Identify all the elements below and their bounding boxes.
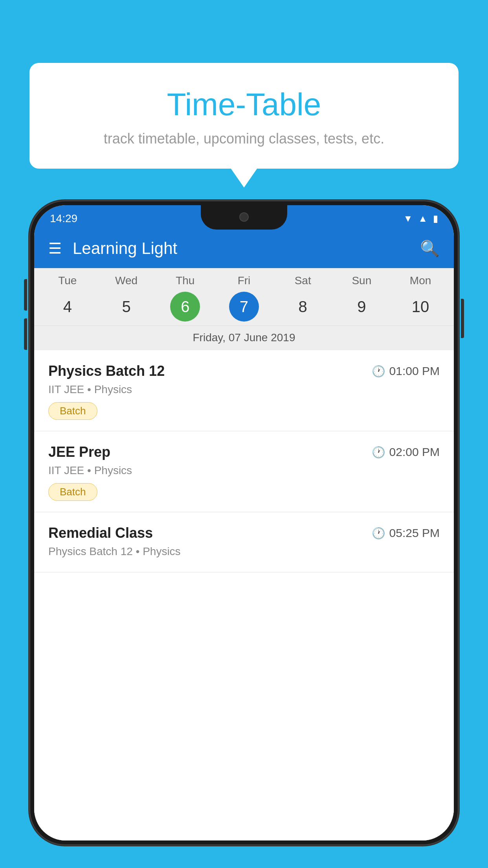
- day-col-mon[interactable]: Mon10: [395, 274, 446, 322]
- day-name: Thu: [176, 274, 194, 287]
- schedule-item-sub: Physics Batch 12 • Physics: [48, 545, 440, 558]
- day-name: Sun: [352, 274, 371, 287]
- day-number[interactable]: 4: [53, 292, 83, 322]
- batch-tag: Batch: [48, 402, 97, 420]
- menu-icon[interactable]: ☰: [48, 241, 62, 256]
- day-col-wed[interactable]: Wed5: [101, 274, 152, 322]
- status-icons: ▼ ▲ ▮: [403, 213, 438, 224]
- clock-icon: 🕐: [372, 527, 385, 540]
- search-icon[interactable]: 🔍: [420, 239, 440, 258]
- day-number[interactable]: 7: [229, 292, 259, 322]
- schedule-item-header: Physics Batch 12 🕐 01:00 PM: [48, 363, 440, 379]
- phone-outer: 14:29 ▼ ▲ ▮ ☰ Learning Light 🔍 Tue4Wed5T…: [29, 200, 459, 845]
- day-number[interactable]: 5: [112, 292, 141, 322]
- schedule-item-header: Remedial Class 🕐 05:25 PM: [48, 525, 440, 541]
- day-col-sun[interactable]: Sun9: [336, 274, 387, 322]
- status-time: 14:29: [50, 212, 77, 225]
- volume-down-button[interactable]: [24, 318, 27, 350]
- batch-tag: Batch: [48, 483, 97, 501]
- power-button[interactable]: [461, 299, 464, 338]
- day-col-thu[interactable]: Thu6: [160, 274, 211, 322]
- schedule-list: Physics Batch 12 🕐 01:00 PM IIT JEE • Ph…: [34, 350, 454, 840]
- schedule-item-header: JEE Prep 🕐 02:00 PM: [48, 444, 440, 460]
- schedule-item[interactable]: Physics Batch 12 🕐 01:00 PM IIT JEE • Ph…: [34, 350, 454, 431]
- day-number[interactable]: 10: [405, 292, 435, 322]
- tooltip-card: Time-Table track timetable, upcoming cla…: [29, 63, 459, 169]
- schedule-item-time: 🕐 02:00 PM: [372, 445, 440, 459]
- schedule-item[interactable]: Remedial Class 🕐 05:25 PM Physics Batch …: [34, 512, 454, 572]
- day-name: Wed: [115, 274, 138, 287]
- schedule-item-title: JEE Prep: [48, 444, 110, 460]
- schedule-item-time: 🕐 01:00 PM: [372, 364, 440, 378]
- schedule-item[interactable]: JEE Prep 🕐 02:00 PM IIT JEE • Physics Ba…: [34, 431, 454, 512]
- clock-icon: 🕐: [372, 365, 385, 378]
- wifi-icon: ▼: [403, 213, 413, 224]
- phone-wrapper: 14:29 ▼ ▲ ▮ ☰ Learning Light 🔍 Tue4Wed5T…: [29, 200, 459, 868]
- tooltip-subtitle: track timetable, upcoming classes, tests…: [49, 131, 439, 147]
- calendar-strip: Tue4Wed5Thu6Fri7Sat8Sun9Mon10 Friday, 07…: [34, 268, 454, 350]
- day-name: Mon: [410, 274, 431, 287]
- volume-up-button[interactable]: [24, 279, 27, 311]
- day-col-sat[interactable]: Sat8: [277, 274, 328, 322]
- day-name: Tue: [58, 274, 77, 287]
- clock-icon: 🕐: [372, 446, 385, 459]
- app-bar: ☰ Learning Light 🔍: [34, 229, 454, 268]
- signal-icon: ▲: [418, 213, 427, 224]
- tooltip-title: Time-Table: [49, 86, 439, 123]
- days-row: Tue4Wed5Thu6Fri7Sat8Sun9Mon10: [34, 274, 454, 322]
- day-number[interactable]: 6: [170, 292, 200, 322]
- schedule-item-title: Physics Batch 12: [48, 363, 165, 379]
- day-name: Fri: [238, 274, 251, 287]
- day-col-tue[interactable]: Tue4: [42, 274, 93, 322]
- day-number[interactable]: 8: [288, 292, 318, 322]
- schedule-item-time: 🕐 05:25 PM: [372, 526, 440, 540]
- calendar-date-label: Friday, 07 June 2019: [34, 326, 454, 350]
- app-title: Learning Light: [73, 239, 420, 258]
- battery-icon: ▮: [433, 213, 438, 224]
- day-number[interactable]: 9: [347, 292, 376, 322]
- day-name: Sat: [295, 274, 311, 287]
- schedule-item-title: Remedial Class: [48, 525, 153, 541]
- schedule-item-sub: IIT JEE • Physics: [48, 383, 440, 396]
- day-col-fri[interactable]: Fri7: [218, 274, 270, 322]
- schedule-item-sub: IIT JEE • Physics: [48, 464, 440, 477]
- phone-notch: [201, 205, 287, 230]
- phone-screen: 14:29 ▼ ▲ ▮ ☰ Learning Light 🔍 Tue4Wed5T…: [34, 205, 454, 840]
- camera: [239, 212, 249, 222]
